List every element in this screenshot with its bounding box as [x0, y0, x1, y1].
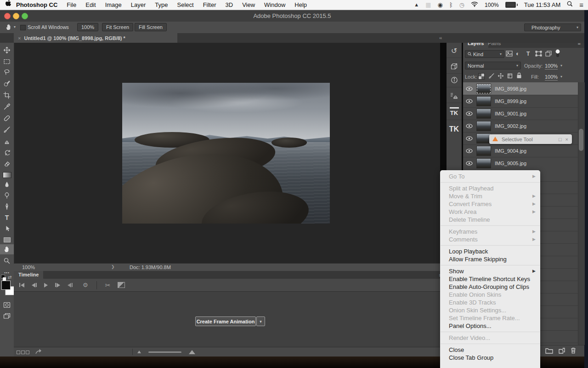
clone-stamp-tool[interactable] [0, 136, 14, 147]
minimize-window-button[interactable] [13, 13, 19, 19]
move-tool[interactable] [0, 45, 14, 56]
visibility-eye-icon[interactable] [463, 86, 475, 91]
window-title-bar[interactable]: Adobe Photoshop CC 2015.5 [0, 10, 584, 22]
layer-name[interactable]: IMG_9004.jpg [495, 148, 526, 154]
lock-artboard-icon[interactable] [507, 73, 513, 80]
menu-item-enable-timeline-shortcut-keys[interactable]: Enable Timeline Shortcut Keys [440, 275, 540, 283]
quick-mask-icon[interactable] [0, 299, 14, 310]
layer-name[interactable]: IMG_9002.jpg [495, 123, 526, 129]
hand-tool[interactable] [0, 244, 14, 254]
play-button[interactable] [44, 283, 48, 288]
actions-panel-icon[interactable] [447, 89, 462, 103]
visibility-eye-icon[interactable] [463, 136, 475, 141]
dock-collapse-icon[interactable]: ‹‹ [439, 35, 441, 40]
layers-scrollbar-thumb[interactable] [579, 129, 583, 151]
pen-tool[interactable] [0, 201, 14, 212]
filter-pixel-layers-icon[interactable] [506, 51, 513, 58]
document-image[interactable] [122, 83, 330, 224]
layer-thumbnail[interactable] [476, 84, 491, 94]
menu-image[interactable]: Image [105, 1, 122, 8]
lock-transparency-icon[interactable] [478, 73, 485, 80]
menu-item-allow-frame-skipping[interactable]: Allow Frame Skipping [440, 255, 540, 263]
visibility-eye-icon[interactable] [463, 124, 475, 128]
menu-file[interactable]: File [67, 1, 76, 8]
convert-to-video-icon[interactable] [35, 348, 42, 356]
previous-frame-button[interactable] [32, 283, 37, 288]
delete-layer-trash-icon[interactable] [571, 347, 576, 355]
visibility-eye-icon[interactable] [463, 161, 475, 166]
zoom-window-button[interactable] [22, 13, 28, 19]
lock-all-icon[interactable] [516, 72, 522, 80]
menu-edit[interactable]: Edit [85, 1, 96, 8]
type-tool[interactable]: T [0, 212, 14, 223]
path-selection-tool[interactable] [0, 223, 14, 234]
visibility-eye-icon[interactable] [463, 99, 475, 104]
zoom-100-button[interactable]: 100% [77, 23, 98, 31]
layer-row-img-9001[interactable]: IMG_9001.jpg [463, 107, 578, 120]
zoom-tool[interactable] [0, 255, 14, 266]
eyedropper-tool[interactable] [0, 101, 14, 112]
layer-filter-toggle[interactable] [555, 49, 560, 58]
layer-row-img-9002[interactable]: IMG_9002.jpg [463, 120, 578, 132]
quick-selection-tool[interactable] [0, 78, 14, 89]
menu-view[interactable]: View [242, 1, 255, 8]
swap-colors-icon[interactable]: ⇄ [8, 275, 11, 280]
fill-value[interactable]: 100% [545, 74, 558, 80]
status-chevron-icon[interactable]: ❯ [111, 264, 115, 269]
fill-caret-icon[interactable]: ▾ [560, 75, 562, 79]
info-panel-icon[interactable] [447, 73, 462, 87]
layer-thumbnail[interactable] [476, 121, 491, 131]
menu-window[interactable]: Window [264, 1, 285, 8]
create-frame-animation-button[interactable]: Create Frame Animation [195, 316, 256, 326]
layers-scrollbar[interactable] [578, 82, 585, 345]
frame-view-icon[interactable] [17, 348, 30, 356]
menu-app-name[interactable]: Photoshop CC [16, 1, 57, 8]
scroll-all-windows-checkbox[interactable] [20, 25, 26, 30]
layer-row-img-9005[interactable]: IMG_9005.jpg [463, 157, 578, 170]
layer-name[interactable]: IMG_9005.jpg [495, 161, 526, 166]
properties-panel-icon[interactable] [447, 59, 462, 74]
hand-tool-options-icon[interactable] [5, 23, 12, 32]
layer-thumbnail[interactable] [476, 146, 491, 156]
status-zoom-value[interactable]: 100% [22, 264, 35, 270]
layer-thumbnail[interactable] [476, 158, 491, 168]
filter-smart-objects-icon[interactable] [545, 51, 552, 58]
marquee-tool[interactable] [0, 56, 14, 67]
close-window-button[interactable] [4, 13, 11, 19]
split-clip-scissors-icon[interactable]: ✂ [105, 282, 111, 289]
selective-tool-minimize-icon[interactable]: □ [559, 137, 562, 142]
menu-help[interactable]: Help [294, 1, 307, 8]
eraser-tool[interactable] [0, 159, 14, 170]
layer-name[interactable]: IMG_8999.jpg [495, 98, 526, 104]
tab-close-icon[interactable]: × [18, 35, 21, 41]
brush-tool[interactable] [0, 124, 14, 135]
crop-tool[interactable] [0, 90, 14, 101]
lasso-tool[interactable] [0, 67, 14, 78]
foreground-color-swatch[interactable] [1, 281, 11, 290]
first-frame-button[interactable] [19, 283, 24, 288]
menu-select[interactable]: Select [177, 1, 193, 8]
opacity-caret-icon[interactable]: ▾ [560, 63, 562, 68]
visibility-eye-icon[interactable] [463, 149, 475, 153]
menu-filter[interactable]: Filter [203, 1, 216, 8]
screen-mode-icon[interactable] [0, 310, 14, 322]
layer-name[interactable]: IMG_8998.jpg [495, 86, 526, 92]
tk-panel-icon[interactable]: TK [447, 121, 462, 138]
filter-shape-layers-icon[interactable] [535, 51, 542, 58]
lock-position-icon[interactable] [498, 73, 504, 80]
dodge-tool[interactable] [0, 190, 14, 201]
menu-3d[interactable]: 3D [226, 1, 233, 8]
layer-filter-kind-dropdown[interactable]: Kind ▾ [465, 50, 504, 58]
filter-type-layers-icon[interactable]: T [526, 51, 530, 57]
new-layer-icon[interactable] [559, 348, 565, 355]
bluetooth-icon[interactable]: ᛒ [449, 0, 453, 10]
menu-item-enable-auto-grouping[interactable]: Enable Auto-Grouping of Clips [440, 283, 540, 291]
layer-row-img-9004[interactable]: IMG_9004.jpg [463, 144, 578, 157]
layer-row-img-8999[interactable]: IMG_8999.jpg [463, 95, 578, 108]
history-panel-icon[interactable]: ↺ [447, 44, 462, 58]
layer-thumbnail[interactable] [476, 109, 491, 119]
transition-icon[interactable] [118, 282, 125, 288]
opacity-value[interactable]: 100% [545, 63, 558, 69]
menu-item-panel-options[interactable]: Panel Options... [440, 322, 540, 330]
parallels-icon[interactable]: ▦ [425, 0, 431, 10]
